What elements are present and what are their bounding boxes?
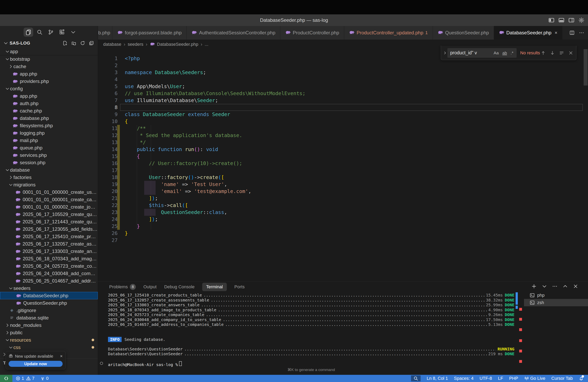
- tab-authenticatedsessioncontroller-php[interactable]: AuthenticatedSessionController.php: [187, 26, 280, 39]
- tree-item-2025-06-17-133003-create-answers-...[interactable]: 2025_06_17_133003_create_answers_...: [0, 248, 98, 255]
- tree-item-bootstrap[interactable]: bootstrap: [0, 55, 98, 63]
- layout-panel-bottom-icon[interactable]: [558, 17, 565, 24]
- terminal-prompt[interactable]: aritach@MacBook-Air sas-log %: [108, 361, 514, 366]
- tree-item-mail.php[interactable]: mail.php: [0, 137, 98, 144]
- close-icon[interactable]: ×: [60, 354, 63, 359]
- tree-item-resources[interactable]: resources: [0, 336, 98, 344]
- go-live[interactable]: Go Live: [524, 376, 546, 381]
- new-file-icon[interactable]: [62, 40, 68, 46]
- status-warnings[interactable]: 7: [26, 376, 34, 381]
- status-problems[interactable]: 1 7 0: [12, 376, 49, 381]
- panel-tab-problems[interactable]: Problems8: [109, 284, 136, 290]
- tree-item-css[interactable]: css: [0, 344, 98, 351]
- find-input[interactable]: product_id" v Aaab.*: [447, 48, 517, 58]
- tree-item-session.php[interactable]: session.php: [0, 159, 98, 166]
- tree-item-node-modules[interactable]: node_modules: [0, 322, 98, 329]
- search-status[interactable]: [411, 375, 420, 382]
- activity-source-control[interactable]: [46, 28, 56, 37]
- terminal-instance-zsh[interactable]: zsh: [524, 299, 588, 306]
- tree-item-cache.php[interactable]: cache.php: [0, 107, 98, 115]
- encoding[interactable]: UTF-8: [480, 376, 492, 381]
- tree-item-.gitignore[interactable]: .gitignore: [0, 307, 98, 314]
- more-horizontal-icon[interactable]: [579, 30, 584, 36]
- tree-item-2025-06-17-105529-create-question...[interactable]: 2025_06_17_105529_create_question...: [0, 210, 98, 218]
- editor-scrollbar[interactable]: [584, 49, 588, 86]
- status-ports[interactable]: 0: [40, 376, 49, 381]
- tree-item-app[interactable]: app: [0, 48, 98, 55]
- plus-icon[interactable]: [531, 284, 537, 289]
- cursor-position[interactable]: Ln 8, Col 1: [427, 376, 448, 381]
- explorer-header[interactable]: SAS-LOG: [0, 38, 98, 48]
- code-editor[interactable]: 1<?php 2 3namespace Database\Seeders; 4 …: [98, 49, 588, 281]
- remote-indicator[interactable]: [0, 375, 12, 382]
- activity-extensions[interactable]: [57, 28, 67, 37]
- tree-item-public[interactable]: public: [0, 329, 98, 336]
- tree-item-config[interactable]: config: [0, 85, 98, 92]
- tree-item-2025-06-17-121443-create-questions...[interactable]: 2025_06_17_121443_create_questions...: [0, 218, 98, 225]
- panel-tab-terminal[interactable]: Terminal: [202, 283, 227, 291]
- panel-tab-ports[interactable]: Ports: [234, 284, 245, 289]
- close-icon[interactable]: ×: [555, 30, 557, 36]
- tree-item-cache[interactable]: cache: [0, 63, 98, 70]
- gear-icon[interactable]: [578, 17, 585, 24]
- refresh-icon[interactable]: [79, 40, 86, 46]
- breadcrumb-item[interactable]: seeders: [128, 42, 143, 47]
- tree-item-2025-06-25-014657-add-address-to...[interactable]: 2025_06_25_014657_add_address_to...: [0, 277, 98, 285]
- find-toggle-replace-icon[interactable]: [442, 51, 447, 55]
- tab-forgot-password-blade-php[interactable]: forgot-password.blade.php: [112, 26, 187, 39]
- find-match-case-toggle[interactable]: Aa: [492, 50, 500, 56]
- tab-questionseeder-php[interactable]: QuestionSeeder.php: [433, 26, 494, 39]
- tree-item-factories[interactable]: factories: [0, 174, 98, 181]
- tab-b-php[interactable]: b.php: [98, 26, 112, 39]
- panel-tab-debug-console[interactable]: Debug Console: [164, 284, 195, 289]
- tree-item-0001-01-01-000001-create-cache-ta...[interactable]: 0001_01_01_000001_create_cache_ta...: [0, 196, 98, 203]
- status-errors[interactable]: 1: [16, 376, 24, 381]
- tree-item-filesystems.php[interactable]: filesystems.php: [0, 122, 98, 129]
- activity-search[interactable]: [35, 28, 44, 37]
- tree-item-database.sqlite[interactable]: database.sqlite: [0, 314, 98, 322]
- arrow-down-icon[interactable]: [550, 50, 555, 56]
- breadcrumb-item[interactable]: ...: [205, 42, 209, 47]
- tree-item-database.php[interactable]: database.php: [0, 115, 98, 122]
- find-whole-word-toggle[interactable]: ab: [501, 50, 508, 56]
- layout-sidebar-right-icon[interactable]: [568, 17, 575, 24]
- new-folder-icon[interactable]: [71, 40, 77, 46]
- close-icon[interactable]: [568, 50, 573, 56]
- tree-item-services.php[interactable]: services.php: [0, 152, 98, 159]
- close-icon[interactable]: [573, 284, 578, 289]
- tree-item-2025-06-17-123055-add-fields-to-u...[interactable]: 2025_06_17_123055_add_fields_to_u...: [0, 225, 98, 233]
- cursor-tab[interactable]: Cursor Tab: [551, 376, 573, 381]
- tree-item-app.php[interactable]: app.php: [0, 92, 98, 100]
- tree-item-database[interactable]: database: [0, 166, 98, 174]
- find-selection-icon[interactable]: [559, 50, 564, 56]
- breadcrumb-item[interactable]: DatabaseSeeder.php: [150, 42, 198, 47]
- collapse-all-icon[interactable]: [88, 40, 95, 46]
- chevron-up-icon[interactable]: [562, 284, 568, 289]
- arrow-up-icon[interactable]: [541, 50, 546, 56]
- more-horizontal-icon[interactable]: [552, 284, 558, 289]
- eol[interactable]: LF: [498, 376, 503, 381]
- terminal-output[interactable]: 2025_06_17_125410_create_products_table.…: [108, 293, 514, 366]
- indentation[interactable]: Spaces: 4: [454, 376, 474, 381]
- tree-item-app.php[interactable]: app.php: [0, 70, 98, 77]
- tab-productcontroller-php[interactable]: ProductController.php: [280, 26, 344, 39]
- chevron-down-icon[interactable]: [542, 284, 547, 289]
- tree-item-2025-06-24-025723-create-compan...[interactable]: 2025_06_24_025723_create_compan...: [0, 262, 98, 270]
- tree-item-2025-06-18-070343-add-image-to-...[interactable]: 2025_06_18_070343_add_image_to_...: [0, 255, 98, 262]
- tree-item-2025-06-24-030048-add-company-...[interactable]: 2025_06_24_030048_add_company_...: [0, 270, 98, 277]
- tree-item-0001-01-01-000000-create-users-ta...[interactable]: 0001_01_01_000000_create_users_ta...: [0, 188, 98, 196]
- update-now-button[interactable]: Update now: [9, 361, 63, 367]
- tab-databaseseeder-php[interactable]: DatabaseSeeder.php×: [494, 26, 563, 39]
- find-regex-toggle[interactable]: .*: [509, 50, 515, 56]
- breadcrumb-item[interactable]: database: [103, 42, 121, 47]
- tree-item-queue.php[interactable]: queue.php: [0, 144, 98, 152]
- terminal-instance-php[interactable]: php: [524, 291, 588, 299]
- panel-tab-output[interactable]: Output: [143, 284, 157, 289]
- notifications-bell[interactable]: [579, 376, 584, 381]
- activity-files[interactable]: [24, 28, 33, 37]
- tree-item-logging.php[interactable]: logging.php: [0, 129, 98, 137]
- tree-item-0001-01-01-000002-create-jobs-tab...[interactable]: 0001_01_01_000002_create_jobs_tab...: [0, 203, 98, 210]
- tree-item-questionseeder.php[interactable]: QuestionSeeder.php: [0, 299, 98, 307]
- split-editor-icon[interactable]: [569, 30, 575, 36]
- tree-item-2025-06-17-125410-create-products...[interactable]: 2025_06_17_125410_create_products...: [0, 233, 98, 240]
